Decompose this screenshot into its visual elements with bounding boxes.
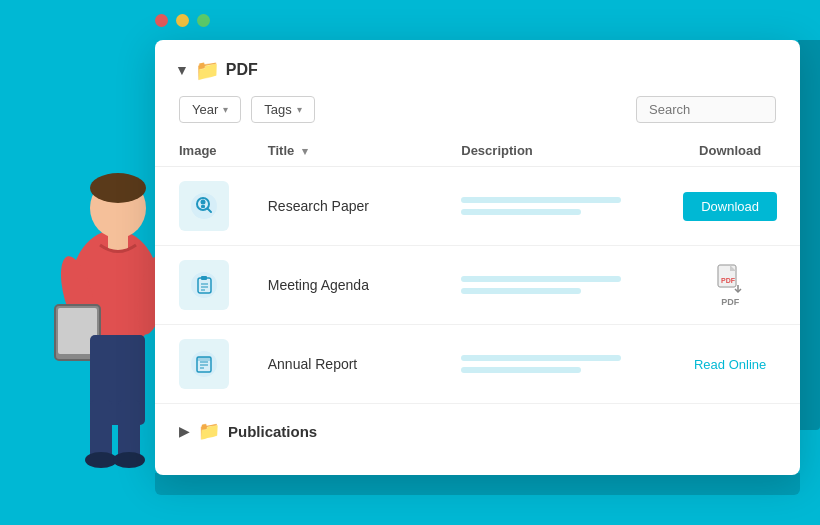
publications-chevron[interactable]: ▶: [179, 423, 190, 439]
svg-rect-21: [201, 276, 207, 280]
row3-desc-lines: [461, 355, 644, 373]
row3-title-cell: Annual Report: [252, 325, 446, 404]
read-online-link[interactable]: Read Online: [694, 357, 766, 372]
svg-point-16: [201, 200, 206, 205]
year-caret-icon: ▾: [223, 104, 228, 115]
svg-rect-11: [118, 400, 140, 460]
pdf-folder-name: PDF: [226, 61, 258, 79]
table-row: Annual Report Read Online: [155, 325, 800, 404]
research-paper-thumb: [179, 181, 229, 231]
row3-title: Annual Report: [268, 356, 358, 372]
meeting-agenda-thumb: [179, 260, 229, 310]
dot-yellow[interactable]: [176, 14, 189, 27]
tags-caret-icon: ▾: [297, 104, 302, 115]
col-header-download: Download: [660, 135, 800, 167]
col-header-description: Description: [445, 135, 660, 167]
row1-title: Research Paper: [268, 198, 369, 214]
row2-image-cell: [155, 246, 252, 325]
pdf-label: PDF: [721, 297, 739, 307]
publications-folder-name: Publications: [228, 423, 317, 440]
row1-title-cell: Research Paper: [252, 167, 446, 246]
publications-folder-icon: 📁: [198, 420, 220, 442]
table-header-row: Image Title ▾ Description Download: [155, 135, 800, 167]
row1-desc-cell: [445, 167, 660, 246]
main-panel: ▼ 📁 PDF Year ▾ Tags ▾ Image Title ▾ Desc…: [155, 40, 800, 475]
folder-header: ▼ 📁 PDF: [155, 40, 800, 92]
svg-point-12: [85, 452, 117, 468]
row3-image-cell: [155, 325, 252, 404]
row1-desc-lines: [461, 197, 644, 215]
download-button[interactable]: Download: [683, 192, 777, 221]
table-row: Research Paper Download: [155, 167, 800, 246]
desc-line: [461, 197, 621, 203]
svg-point-2: [90, 173, 146, 203]
pdf-icon-button[interactable]: PDF PDF: [676, 263, 784, 307]
year-dropdown[interactable]: Year ▾: [179, 96, 241, 123]
annual-report-thumb: [179, 339, 229, 389]
bottom-accent: [155, 473, 800, 495]
row3-download-cell: Read Online: [660, 325, 800, 404]
publications-folder-row: ▶ 📁 Publications: [155, 403, 800, 458]
svg-rect-3: [108, 232, 128, 250]
desc-line: [461, 209, 581, 215]
row2-title: Meeting Agenda: [268, 277, 369, 293]
right-accent: [798, 40, 820, 430]
pdf-file-icon: PDF: [714, 263, 746, 295]
col-header-title: Title ▾: [252, 135, 446, 167]
row1-image-cell: [155, 167, 252, 246]
desc-line: [461, 276, 621, 282]
table-row: Meeting Agenda PDF: [155, 246, 800, 325]
row2-title-cell: Meeting Agenda: [252, 246, 446, 325]
row2-desc-cell: [445, 246, 660, 325]
col-header-image: Image: [155, 135, 252, 167]
row1-download-cell: Download: [660, 167, 800, 246]
title-sort-icon[interactable]: ▾: [302, 145, 308, 157]
svg-point-13: [113, 452, 145, 468]
svg-point-19: [191, 272, 217, 298]
row2-download-cell: PDF PDF: [660, 246, 800, 325]
files-table: Image Title ▾ Description Download: [155, 135, 800, 403]
desc-line: [461, 367, 581, 373]
dot-red[interactable]: [155, 14, 168, 27]
tags-dropdown[interactable]: Tags ▾: [251, 96, 314, 123]
pdf-folder-icon: 📁: [195, 58, 220, 82]
pdf-folder-chevron[interactable]: ▼: [175, 62, 189, 78]
toolbar: Year ▾ Tags ▾: [155, 92, 800, 135]
svg-point-29: [191, 351, 217, 377]
desc-line: [461, 288, 581, 294]
person-illustration: [0, 60, 170, 480]
search-wrapper: [636, 96, 776, 123]
desc-line: [461, 355, 621, 361]
svg-text:PDF: PDF: [721, 277, 736, 284]
window-chrome: [155, 14, 210, 27]
dot-green[interactable]: [197, 14, 210, 27]
row3-desc-cell: [445, 325, 660, 404]
svg-rect-17: [201, 205, 205, 208]
search-input[interactable]: [636, 96, 776, 123]
svg-rect-34: [197, 357, 211, 361]
svg-rect-10: [90, 400, 112, 460]
row2-desc-lines: [461, 276, 644, 294]
